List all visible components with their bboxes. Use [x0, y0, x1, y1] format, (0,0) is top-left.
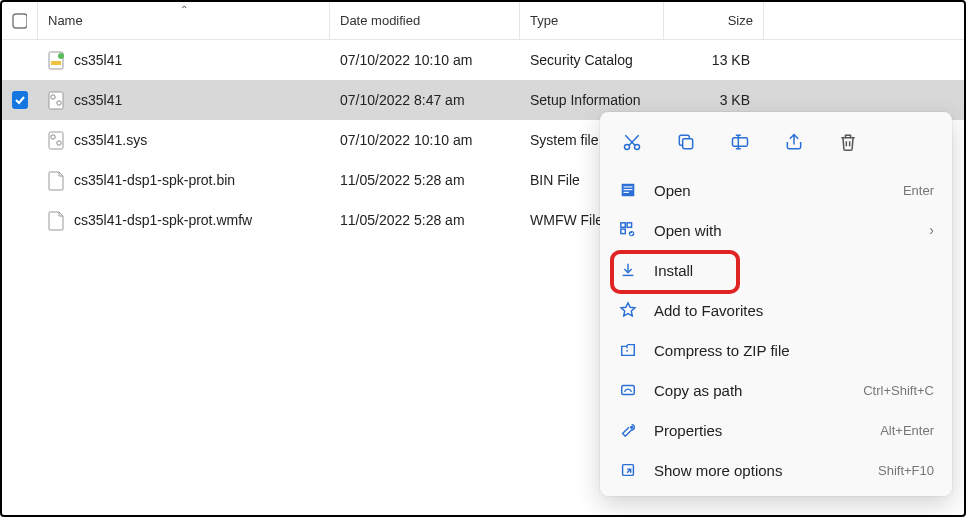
context-menu-item-shortcut: Ctrl+Shift+C — [863, 383, 934, 398]
svg-rect-20 — [621, 229, 626, 234]
context-menu: OpenEnterOpen with›InstallAdd to Favorit… — [600, 112, 952, 496]
svg-rect-0 — [13, 14, 27, 28]
context-menu-item-star[interactable]: Add to Favorites — [600, 290, 952, 330]
file-date-label: 07/10/2022 8:47 am — [340, 92, 465, 108]
file-name-cell[interactable]: cs35l41-dsp1-spk-prot.bin — [38, 160, 330, 200]
openwith-icon — [618, 220, 638, 240]
context-menu-item-open[interactable]: OpenEnter — [600, 170, 952, 210]
file-date-cell: 07/10/2022 8:47 am — [330, 80, 520, 120]
file-date-cell: 07/10/2022 10:10 am — [330, 120, 520, 160]
file-icon — [48, 169, 66, 191]
file-type-label: BIN File — [530, 172, 580, 188]
row-checkbox[interactable] — [2, 200, 38, 240]
file-name-cell[interactable]: cs35l41 — [38, 80, 330, 120]
file-name-label: cs35l41-dsp1-spk-prot.wmfw — [74, 212, 252, 228]
zip-icon — [618, 340, 638, 360]
svg-rect-24 — [623, 465, 634, 476]
context-menu-item-path[interactable]: Copy as pathCtrl+Shift+C — [600, 370, 952, 410]
file-date-cell: 07/10/2022 10:10 am — [330, 40, 520, 80]
row-checkbox[interactable] — [2, 120, 38, 160]
context-menu-item-shortcut: Alt+Enter — [880, 423, 934, 438]
svg-rect-17 — [624, 192, 629, 193]
file-date-label: 11/05/2022 5:28 am — [340, 212, 465, 228]
file-type-label: Setup Information — [530, 92, 641, 108]
svg-rect-12 — [683, 139, 693, 149]
cut-button[interactable] — [620, 130, 644, 154]
path-icon — [618, 380, 638, 400]
context-menu-quick-actions — [600, 112, 952, 170]
file-date-label: 07/10/2022 10:10 am — [340, 52, 472, 68]
svg-rect-22 — [622, 386, 635, 395]
context-menu-item-label: Open with — [654, 222, 913, 239]
context-menu-item-label: Copy as path — [654, 382, 847, 399]
file-icon — [48, 129, 66, 151]
svg-point-3 — [58, 53, 64, 59]
select-all-checkbox[interactable] — [2, 2, 38, 39]
file-date-label: 11/05/2022 5:28 am — [340, 172, 465, 188]
context-menu-item-label: Show more options — [654, 462, 862, 479]
svg-rect-18 — [621, 223, 626, 228]
context-menu-item-label: Compress to ZIP file — [654, 342, 934, 359]
column-header-type-label: Type — [530, 13, 558, 28]
file-type-label: WMFW File — [530, 212, 603, 228]
star-icon — [618, 300, 638, 320]
file-type-cell: Security Catalog — [520, 40, 664, 80]
file-type-label: Security Catalog — [530, 52, 633, 68]
file-row[interactable]: cs35l4107/10/2022 10:10 amSecurity Catal… — [2, 40, 964, 80]
file-name-label: cs35l41 — [74, 52, 122, 68]
context-menu-item-shortcut: Enter — [903, 183, 934, 198]
context-menu-item-openwith[interactable]: Open with› — [600, 210, 952, 250]
context-menu-item-props[interactable]: PropertiesAlt+Enter — [600, 410, 952, 450]
file-size-label: 3 KB — [720, 92, 750, 108]
props-icon — [618, 420, 638, 440]
sort-asc-icon: ⌃ — [180, 4, 188, 15]
context-menu-item-label: Open — [654, 182, 887, 199]
svg-point-23 — [631, 426, 633, 428]
copy-button[interactable] — [674, 130, 698, 154]
open-icon — [618, 180, 638, 200]
row-checkbox[interactable] — [2, 160, 38, 200]
file-name-label: cs35l41 — [74, 92, 122, 108]
file-name-cell[interactable]: cs35l41 — [38, 40, 330, 80]
context-menu-item-label: Install — [654, 262, 934, 279]
file-icon — [48, 209, 66, 231]
context-menu-item-more[interactable]: Show more optionsShift+F10 — [600, 450, 952, 490]
file-name-label: cs35l41.sys — [74, 132, 147, 148]
svg-rect-15 — [624, 186, 633, 187]
file-size-cell: 13 KB — [664, 40, 764, 80]
file-date-cell: 11/05/2022 5:28 am — [330, 160, 520, 200]
file-name-cell[interactable]: cs35l41.sys — [38, 120, 330, 160]
file-name-label: cs35l41-dsp1-spk-prot.bin — [74, 172, 235, 188]
checked-icon — [12, 91, 28, 109]
row-checkbox[interactable] — [2, 40, 38, 80]
file-size-label: 13 KB — [712, 52, 750, 68]
file-date-cell: 11/05/2022 5:28 am — [330, 200, 520, 240]
install-icon — [618, 260, 638, 280]
column-header-name-label: Name — [48, 13, 83, 28]
column-header-row: Name ⌃ Date modified Type Size — [2, 2, 964, 40]
delete-button[interactable] — [836, 130, 860, 154]
context-menu-item-shortcut: Shift+F10 — [878, 463, 934, 478]
more-icon — [618, 460, 638, 480]
column-header-size[interactable]: Size — [664, 2, 764, 39]
svg-point-11 — [635, 145, 640, 150]
row-checkbox[interactable] — [2, 80, 38, 120]
context-menu-item-install[interactable]: Install — [600, 250, 952, 290]
file-icon — [48, 89, 66, 111]
file-name-cell[interactable]: cs35l41-dsp1-spk-prot.wmfw — [38, 200, 330, 240]
rename-button[interactable] — [728, 130, 752, 154]
share-button[interactable] — [782, 130, 806, 154]
svg-rect-4 — [49, 92, 63, 109]
file-date-label: 07/10/2022 10:10 am — [340, 132, 472, 148]
column-header-name[interactable]: Name ⌃ — [38, 2, 330, 39]
svg-point-10 — [625, 145, 630, 150]
context-menu-item-label: Add to Favorites — [654, 302, 934, 319]
column-header-date[interactable]: Date modified — [330, 2, 520, 39]
svg-rect-7 — [49, 132, 63, 149]
svg-rect-13 — [733, 138, 748, 146]
context-menu-item-zip[interactable]: Compress to ZIP file — [600, 330, 952, 370]
svg-rect-19 — [627, 223, 632, 228]
file-type-label: System file — [530, 132, 598, 148]
svg-rect-16 — [624, 189, 633, 190]
column-header-type[interactable]: Type — [520, 2, 664, 39]
